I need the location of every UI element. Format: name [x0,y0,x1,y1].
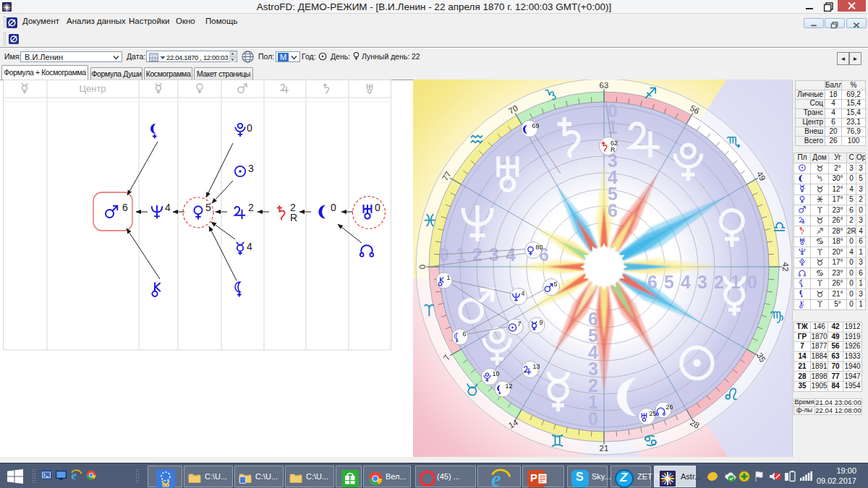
svg-text:4: 4 [681,272,691,292]
svg-text:3: 3 [489,244,499,265]
svg-text:6: 6 [647,272,658,292]
svg-text:21: 21 [600,444,609,453]
svg-text:1: 1 [608,117,618,137]
svg-text:0: 0 [418,265,427,269]
svg-text:6: 6 [122,202,128,213]
svg-text:3: 3 [697,272,707,292]
svg-text:4: 4 [506,244,516,265]
svg-text:0: 0 [588,408,598,429]
svg-text:2: 2 [248,202,254,213]
svg-text:R: R [610,146,616,153]
svg-text:4: 4 [522,290,525,297]
svg-text:Центр: Центр [79,83,106,94]
svg-text:4: 4 [165,202,171,213]
svg-text:9: 9 [540,319,543,326]
svg-text:0: 0 [331,202,336,213]
svg-text:R: R [290,212,297,223]
svg-text:5: 5 [554,281,558,288]
svg-text:6: 6 [608,200,618,221]
svg-text:7: 7 [518,320,522,328]
svg-text:6: 6 [463,330,467,338]
svg-text:0: 0 [375,202,380,213]
svg-text:0: 0 [247,122,252,134]
svg-text:1: 1 [447,274,451,281]
svg-text:3: 3 [248,163,254,174]
svg-text:13: 13 [533,363,540,370]
svg-text:26: 26 [666,403,673,411]
svg-text:2: 2 [472,244,482,265]
svg-text:0: 0 [747,272,757,292]
svg-text:42: 42 [781,262,790,272]
svg-text:10: 10 [493,370,500,377]
svg-text:4: 4 [247,241,252,252]
svg-text:1: 1 [731,272,741,292]
svg-text:63: 63 [600,81,609,90]
svg-text:5: 5 [664,272,674,292]
svg-text:69: 69 [532,122,540,129]
svg-text:12: 12 [506,382,513,390]
svg-text:2: 2 [714,272,724,292]
svg-text:5: 5 [205,202,211,213]
svg-text:80: 80 [536,244,543,251]
